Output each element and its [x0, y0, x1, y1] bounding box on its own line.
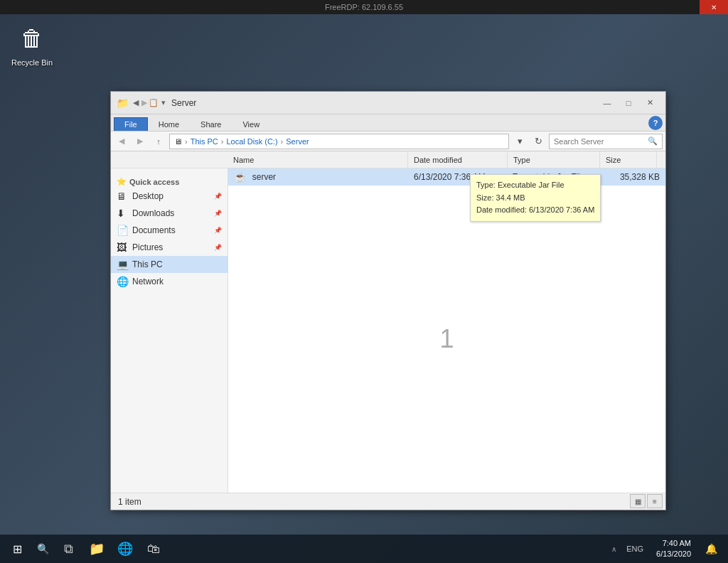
recycle-bin-icon[interactable]: 🗑 Recycle Bin: [7, 21, 57, 67]
clock-date: 6/13/2020: [656, 549, 691, 559]
keyboard-layout-indicator: ENG: [626, 545, 643, 553]
nav-desktop[interactable]: 🖥 Desktop 📌: [111, 188, 228, 205]
nav-downloads[interactable]: ⬇ Downloads 📌: [111, 205, 228, 222]
view-buttons: ▦ ≡: [630, 494, 663, 508]
pictures-label: Pictures: [132, 242, 210, 252]
nav-this-pc[interactable]: 💻 This PC: [111, 256, 228, 273]
col-date[interactable]: Date modified: [408, 151, 508, 168]
status-bar: 1 item ▦ ≡: [111, 493, 665, 510]
content-area: ⭐ Quick access 🖥 Desktop 📌 ⬇ Downloads 📌…: [111, 168, 665, 510]
this-pc-label: This PC: [132, 259, 222, 269]
path-local-disk[interactable]: Local Disk (C:): [226, 137, 277, 146]
back-btn-title[interactable]: ◀: [133, 98, 139, 107]
task-view-button[interactable]: ⧉: [54, 535, 82, 563]
nav-documents[interactable]: 📄 Documents 📌: [111, 222, 228, 239]
nav-network[interactable]: 🌐 Network: [111, 273, 228, 290]
window-title-icon: 📁: [117, 97, 129, 109]
documents-pin-icon: 📌: [214, 227, 222, 234]
network-label: Network: [132, 277, 222, 286]
dropdown-address-button[interactable]: ▾: [512, 134, 528, 149]
up-button[interactable]: ↑: [151, 134, 166, 149]
file-jar-icon: ☕: [234, 171, 248, 183]
details-view-button[interactable]: ▦: [630, 494, 646, 508]
quick-access-icon: ⭐: [117, 177, 127, 186]
column-headers: Name Date modified Type Size: [111, 151, 665, 168]
explorer-window: 📁 ◀ ▶ 📋 ▾ Server — □ ✕ File Home Share V…: [110, 91, 666, 510]
downloads-label: Downloads: [132, 208, 210, 218]
file-tooltip: Type: Executable Jar File Size: 34.4 MB …: [470, 174, 601, 222]
recycle-bin-label: Recycle Bin: [11, 58, 53, 67]
clock-time: 7:40 AM: [656, 538, 691, 549]
file-explorer-taskbar-button[interactable]: 📁: [82, 535, 111, 563]
fwd-btn-title[interactable]: ▶: [141, 98, 147, 107]
desktop-pin-icon: 📌: [214, 193, 222, 200]
start-button[interactable]: ⊞: [3, 535, 31, 563]
taskbar-right: ∧ ENG 7:40 AM 6/13/2020 🔔: [609, 535, 725, 563]
tab-share[interactable]: Share: [190, 117, 232, 131]
nav-pictures[interactable]: 🖼 Pictures 📌: [111, 239, 228, 256]
desktop-label: Desktop: [132, 191, 210, 201]
window-titlebar: 📁 ◀ ▶ 📋 ▾ Server — □ ✕: [111, 92, 665, 114]
notification-button[interactable]: 🔔: [700, 535, 722, 563]
tooltip-size: Size: 34.4 MB: [476, 192, 594, 205]
documents-label: Documents: [132, 225, 210, 235]
address-path[interactable]: 🖥 › This PC › Local Disk (C:) › Server: [169, 134, 509, 149]
window-title: Server: [171, 98, 597, 108]
nav-pane: ⭐ Quick access 🖥 Desktop 📌 ⬇ Downloads 📌…: [111, 168, 228, 510]
tooltip-date: Date modified: 6/13/2020 7:36 AM: [476, 204, 594, 217]
maximize-button[interactable]: □: [619, 96, 638, 110]
this-pc-icon: 💻: [117, 259, 128, 270]
downloads-pin-icon: 📌: [214, 210, 222, 217]
pictures-pin-icon: 📌: [214, 244, 222, 251]
freerdp-titlebar: FreeRDP: 62.109.6.55 ✕: [0, 0, 728, 14]
col-type[interactable]: Type: [508, 151, 600, 168]
recycle-bin-graphic: 🗑: [15, 21, 49, 55]
col-size[interactable]: Size: [600, 151, 657, 168]
tab-home[interactable]: Home: [148, 117, 190, 131]
freerdp-title: FreeRDP: 62.109.6.55: [325, 3, 403, 11]
address-bar: ◀ ▶ ↑ 🖥 › This PC › Local Disk (C:) › Se…: [111, 132, 665, 151]
ribbon-tabs: File Home Share View ?: [111, 114, 665, 132]
quick-access-label: Quick access: [129, 178, 179, 186]
store-taskbar-button[interactable]: 🛍: [139, 535, 168, 563]
item-count: 1 item: [118, 497, 141, 507]
search-icon: 🔍: [648, 136, 658, 146]
desktop-icon: 🖥: [117, 191, 128, 202]
path-computer-icon: 🖥: [174, 137, 182, 146]
window-controls: — □ ✕: [597, 96, 660, 110]
refresh-button[interactable]: ↻: [530, 134, 546, 149]
taskbar-search-button[interactable]: 🔍: [31, 535, 54, 563]
search-input[interactable]: [554, 137, 648, 146]
path-this-pc[interactable]: This PC: [191, 137, 218, 146]
taskbar-clock[interactable]: 7:40 AM 6/13/2020: [651, 538, 697, 560]
minimize-button[interactable]: —: [597, 96, 617, 110]
search-box[interactable]: 🔍: [549, 134, 663, 149]
file-list: ☕ server 6/13/2020 7:36 AM Executable Ja…: [228, 168, 665, 510]
pictures-icon: 🖼: [117, 242, 128, 253]
close-button[interactable]: ✕: [640, 96, 660, 110]
file-name: server: [252, 172, 414, 182]
file-list-inner: ☕ server 6/13/2020 7:36 AM Executable Ja…: [228, 168, 665, 510]
taskbar-system-tray: ENG: [622, 545, 648, 553]
edge-taskbar-button[interactable]: 🌐: [111, 535, 139, 563]
list-view-button[interactable]: ≡: [647, 494, 663, 508]
help-button[interactable]: ?: [648, 116, 663, 130]
tab-file[interactable]: File: [114, 117, 148, 131]
network-icon: 🌐: [117, 276, 128, 287]
documents-icon: 📄: [117, 225, 128, 236]
tooltip-type: Type: Executable Jar File: [476, 179, 594, 192]
tab-view[interactable]: View: [232, 117, 270, 131]
file-size: 35,328 KB: [604, 172, 660, 182]
col-name[interactable]: Name: [230, 151, 408, 168]
quick-access-header: ⭐ Quick access: [111, 173, 228, 188]
downloads-icon: ⬇: [117, 208, 128, 219]
dropdown-btn-title[interactable]: ▾: [161, 98, 166, 107]
properties-btn-title[interactable]: 📋: [149, 98, 159, 107]
back-button[interactable]: ◀: [114, 134, 129, 149]
forward-button[interactable]: ▶: [132, 134, 148, 149]
center-number: 1: [439, 324, 454, 354]
path-server[interactable]: Server: [286, 137, 309, 146]
desktop: FreeRDP: 62.109.6.55 ✕ 🗑 Recycle Bin 📁 ◀…: [0, 0, 728, 563]
system-tray-chevron[interactable]: ∧: [609, 545, 619, 553]
freerdp-close-button[interactable]: ✕: [700, 0, 728, 14]
